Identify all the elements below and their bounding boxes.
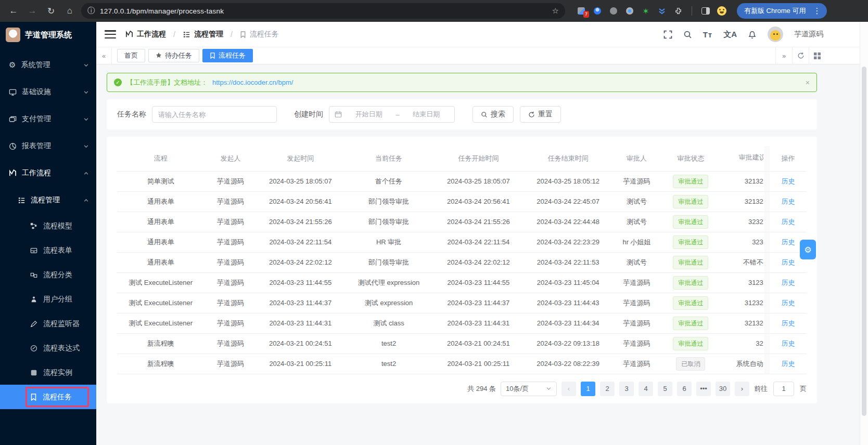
page-button[interactable]: 3 [619, 382, 634, 396]
user-avatar[interactable] [768, 27, 783, 42]
sidebar-item-process-task[interactable]: 流程任务 [0, 385, 96, 409]
tab-process-task[interactable]: 流程任务 [202, 49, 253, 62]
history-link[interactable]: 历史 [781, 319, 795, 327]
tab-home[interactable]: 首页 [117, 49, 145, 62]
table-scrollbar-gutter[interactable] [764, 191, 770, 212]
tab-options-grid-icon[interactable] [809, 47, 825, 64]
tabs-scroll-left-icon[interactable]: « [96, 47, 112, 64]
table-scrollbar-gutter[interactable] [764, 272, 770, 293]
sidebar-item-system[interactable]: ⚙ 系统管理 [0, 51, 96, 78]
sidebar-item-infra[interactable]: 基础设施 [0, 78, 96, 106]
table-row[interactable]: 简单测试 芋道源码 2024-03-25 18:05:07 首个任务 2024-… [117, 171, 807, 191]
sidebar-item-process-instance[interactable]: 流程实例 [0, 360, 96, 385]
table-row[interactable]: 新流程噢 芋道源码 2024-03-21 00:25:11 test2 2024… [117, 354, 807, 374]
history-link[interactable]: 历史 [781, 218, 795, 226]
history-link[interactable]: 历史 [781, 279, 795, 286]
prev-page-button[interactable]: ‹ [561, 382, 576, 396]
breadcrumb-process-mgmt[interactable]: 流程管理 [183, 30, 223, 39]
table-scrollbar-gutter[interactable] [764, 354, 770, 374]
bookmark-star-icon[interactable]: ☆ [552, 6, 559, 16]
history-link[interactable]: 历史 [781, 177, 795, 185]
history-link[interactable]: 历史 [781, 258, 795, 266]
sidebar-item-process-model[interactable]: 流程模型 [0, 214, 96, 238]
chrome-menu-icon[interactable]: ⋮ [810, 6, 824, 16]
tab-todo[interactable]: 待办任务 [148, 49, 199, 62]
site-info-icon[interactable]: ⓘ [87, 6, 95, 16]
sidebar-item-report[interactable]: 报表管理 [0, 133, 96, 160]
extension-icon[interactable] [625, 6, 634, 16]
doc-link[interactable]: https://doc.iocoder.cn/bpm/ [212, 78, 293, 86]
table-scrollbar-gutter[interactable] [764, 212, 770, 232]
close-icon[interactable]: × [806, 78, 810, 87]
history-link[interactable]: 历史 [781, 299, 795, 307]
back-icon[interactable]: ← [6, 4, 21, 18]
home-icon[interactable]: ⌂ [62, 4, 77, 18]
page-button[interactable]: 1 [581, 382, 595, 396]
search-icon[interactable] [683, 30, 692, 39]
extension-icon[interactable]: ✶ [641, 6, 650, 16]
page-button[interactable]: 4 [639, 382, 653, 396]
side-panel-icon[interactable] [701, 6, 710, 16]
table-row[interactable]: 测试 ExecuteListener 芋道源码 2024-03-23 11:44… [117, 313, 807, 333]
reload-icon[interactable]: ↻ [44, 4, 58, 18]
collapse-menu-icon[interactable] [105, 30, 116, 38]
page-button[interactable]: 30 [716, 382, 730, 396]
table-row[interactable]: 通用表单 芋道源码 2024-03-24 20:56:41 部门领导审批 202… [117, 191, 807, 212]
sidebar-item-workflow[interactable]: 工作流程 [0, 160, 96, 187]
page-button[interactable]: 5 [658, 382, 672, 396]
tabs-scroll-right-icon[interactable]: » [775, 47, 792, 64]
extensions-puzzle-icon[interactable] [673, 6, 683, 16]
sidebar-item-process-expression[interactable]: 流程表达式 [0, 336, 96, 360]
table-row[interactable]: 测试 ExecuteListener 芋道源码 2024-03-23 11:44… [117, 272, 807, 293]
table-row[interactable]: 新流程噢 芋道源码 2024-03-21 00:24:51 test2 2024… [117, 333, 807, 354]
address-bar[interactable]: ⓘ 127.0.0.1/bpm/manager/process-tasnk ☆ [81, 3, 565, 19]
extension-icon[interactable] [593, 6, 602, 16]
username[interactable]: 芋道源码 [794, 30, 823, 39]
table-scrollbar-gutter[interactable] [764, 146, 770, 171]
table-row[interactable]: 通用表单 芋道源码 2024-03-24 22:02:12 部门领导审批 202… [117, 252, 807, 272]
goto-page-input[interactable] [773, 382, 794, 396]
table-row[interactable]: 测试 ExecuteListener 芋道源码 2024-03-23 11:44… [117, 293, 807, 313]
sidebar-item-process-mgmt[interactable]: 流程管理 [0, 187, 96, 214]
history-link[interactable]: 历史 [781, 238, 795, 246]
history-link[interactable]: 历史 [781, 360, 795, 368]
page-button[interactable]: 6 [677, 382, 692, 396]
profile-avatar-icon[interactable] [717, 6, 726, 16]
fullscreen-icon[interactable] [663, 30, 672, 39]
page-scrollbar-thumb[interactable] [862, 67, 866, 416]
chrome-update-button[interactable]: 有新版 Chrome 可用 ⋮ [737, 3, 827, 19]
search-button[interactable]: 搜索 [473, 106, 514, 123]
sidebar-item-payment[interactable]: 支付管理 [0, 106, 96, 133]
table-row[interactable]: 通用表单 芋道源码 2024-03-24 22:11:54 HR 审批 2024… [117, 232, 807, 252]
date-range-picker[interactable]: 开始日期 – 结束日期 [329, 106, 455, 123]
extension-icon[interactable] [609, 6, 618, 16]
table-scrollbar-gutter[interactable] [764, 293, 770, 313]
next-page-button[interactable]: › [735, 382, 749, 396]
history-link[interactable]: 历史 [781, 198, 795, 205]
table-scrollbar-gutter[interactable] [764, 232, 770, 252]
font-size-icon[interactable]: Tт [703, 30, 713, 39]
forward-icon[interactable]: → [25, 4, 40, 18]
refresh-page-icon[interactable] [792, 47, 809, 64]
url-text[interactable]: 127.0.0.1/bpm/manager/process-tasnk [100, 7, 547, 15]
reset-button[interactable]: 重置 [520, 106, 561, 123]
task-name-input[interactable] [152, 106, 277, 123]
history-link[interactable]: 历史 [781, 339, 795, 347]
page-scrollbar-track[interactable] [860, 22, 868, 445]
notification-bell-icon[interactable] [748, 30, 757, 39]
theme-settings-button[interactable]: ⚙ [800, 240, 816, 259]
extension-icon[interactable]: 7 [577, 6, 586, 16]
language-icon[interactable]: 文A [723, 30, 737, 40]
table-row[interactable]: 通用表单 芋道源码 2024-03-24 21:55:26 部门领导审批 202… [117, 212, 807, 232]
page-size-select[interactable]: 10条/页 [501, 382, 557, 396]
table-scrollbar-gutter[interactable] [764, 313, 770, 333]
sidebar-item-user-group[interactable]: 用户分组 [0, 287, 96, 311]
table-scrollbar-gutter[interactable] [764, 252, 770, 272]
app-logo[interactable]: 芋道管理系统 [0, 22, 96, 48]
sidebar-item-process-listener[interactable]: 流程监听器 [0, 311, 96, 336]
page-button[interactable]: 2 [600, 382, 615, 396]
table-scrollbar-gutter[interactable] [764, 171, 770, 191]
extension-icon[interactable] [657, 6, 667, 16]
sidebar-item-process-category[interactable]: 流程分类 [0, 263, 96, 287]
sidebar-item-process-form[interactable]: 流程表单 [0, 238, 96, 263]
